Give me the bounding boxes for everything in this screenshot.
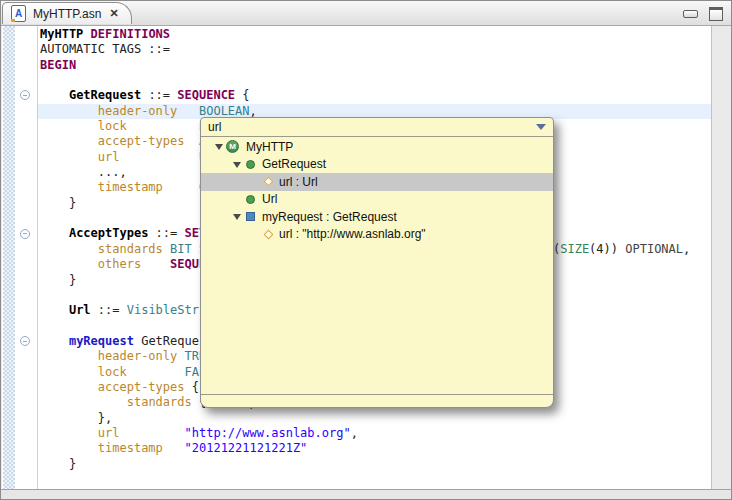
filter-input[interactable]: url [208,120,221,134]
code-token [141,257,170,271]
outline-item[interactable]: MMyHTTP [201,138,553,156]
code-line[interactable]: GetRequest ::= SEQUENCE { [40,88,690,103]
marker-ruler [3,26,15,489]
code-token: { [185,380,199,394]
outline-item[interactable]: GetRequest [201,156,553,174]
code-token: , [683,242,690,256]
dropdown-arrow-icon[interactable] [536,124,546,130]
code-line[interactable]: AUTOMATIC TAGS ::= [40,42,690,57]
code-token: Url [69,303,91,317]
code-token: GetRequest [69,88,141,102]
code-token: ::= [148,226,184,240]
code-token: MyHTTP [40,27,83,41]
folding-gutter [15,26,38,489]
code-line[interactable] [40,472,690,487]
expander-triangle-icon[interactable] [231,210,244,223]
code-token: AUTOMATIC TAGS ::= [40,42,170,56]
tab-title: MyHTTP.asn [33,7,101,21]
code-token [40,426,98,440]
type-icon [246,160,255,169]
outline-item[interactable]: Url [201,191,553,209]
code-token: DEFINITIONS [91,27,170,41]
code-token [40,441,98,455]
code-token: OPTIONAL [625,242,683,256]
code-token [119,426,184,440]
code-token: standards [127,395,192,409]
code-token: header-only [98,349,177,363]
fold-collapse-icon[interactable] [20,229,30,239]
code-token [40,303,69,317]
outline-item[interactable]: url : "http://www.asnlab.org" [201,226,553,244]
popup-footer[interactable] [201,394,553,407]
code-token: AcceptTypes [69,226,148,240]
code-token: standards [98,242,163,256]
code-token [127,365,185,379]
close-icon[interactable]: ✕ [109,8,118,19]
outline-item-label: GetRequest [262,157,326,171]
code-token: lock [98,365,127,379]
expander-triangle-icon[interactable] [231,158,244,171]
outline-item-label: Url [262,192,277,206]
code-token: } [40,273,76,287]
code-line[interactable]: timestamp "20121221121221Z" [40,441,690,456]
code-token [40,104,98,118]
code-token [163,180,199,194]
outline-item-label: MyHTTP [246,140,293,154]
code-line[interactable]: } [40,457,690,472]
code-token: ::= [91,303,127,317]
module-icon: M [226,140,239,153]
code-line[interactable] [40,73,690,88]
code-token: lock [98,119,127,133]
minimize-icon[interactable] [683,10,698,18]
code-token: ..., [40,165,127,179]
expander-triangle-icon[interactable] [213,140,226,153]
code-token [119,150,198,164]
field-icon [264,229,274,239]
code-token [40,334,69,348]
code-token: SIZE [560,242,589,256]
code-line[interactable]: }, [40,411,690,426]
code-token [40,226,69,240]
code-line[interactable]: url "http://www.asnlab.org", [40,426,690,441]
code-token [40,150,98,164]
bottom-strip [1,489,731,499]
code-token: }, [40,411,112,425]
code-token [83,27,90,41]
code-token: timestamp [98,441,163,455]
code-token [185,134,199,148]
type-icon [246,195,255,204]
overview-ruler[interactable] [711,26,730,489]
outline-item[interactable]: myRequest : GetRequest [201,208,553,226]
code-token: "http://www.asnlab.org" [185,426,351,440]
field-icon [264,177,274,187]
code-token: others [98,257,141,271]
outline-item[interactable]: url : Url [201,173,553,191]
maximize-icon[interactable] [709,7,723,21]
asn-file-icon: A [11,5,26,22]
outline-item-label: url : "http://www.asnlab.org" [279,227,426,241]
editor-tab[interactable]: A MyHTTP.asn ✕ [2,2,132,24]
code-token: ::= [141,88,177,102]
code-token [40,395,127,409]
outline-item-label: url : Url [279,175,318,189]
view-controls [683,7,723,21]
code-token: header-only [98,104,177,118]
expander-spacer [231,193,244,206]
code-line[interactable]: MyHTTP DEFINITIONS [40,27,690,42]
code-token: accept-types [98,134,185,148]
code-token: , [250,104,257,118]
code-token: url [98,150,120,164]
code-token: } [40,196,76,210]
code-token [40,180,98,194]
expander-spacer [249,175,262,188]
quick-outline-popup: url MMyHTTPGetRequesturl : UrlUrlmyReque… [200,117,554,408]
code-token: } [40,457,76,471]
code-token [163,441,185,455]
fold-collapse-icon[interactable] [20,90,30,100]
code-line[interactable]: BEGIN [40,58,690,73]
code-token: { [235,88,249,102]
value-icon [246,212,255,221]
fold-collapse-icon[interactable] [20,336,30,346]
asn-file-icon-letter: A [15,8,22,19]
code-token: , [351,426,358,440]
